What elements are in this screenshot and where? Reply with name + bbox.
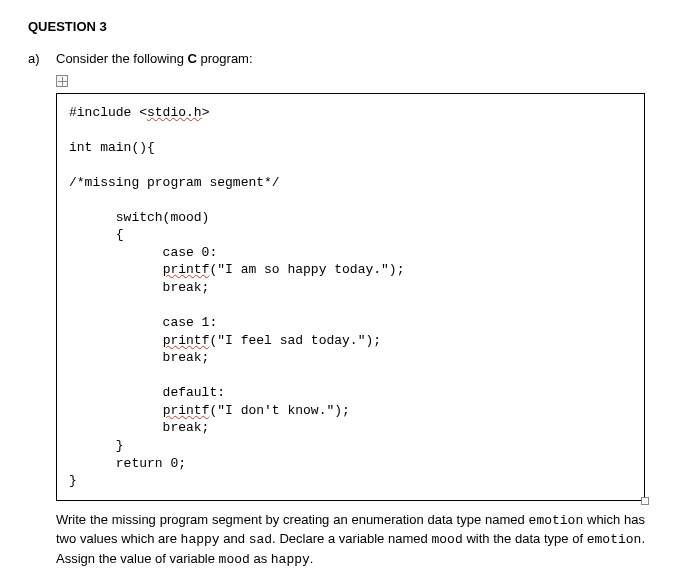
code-squiggle: printf xyxy=(163,403,210,418)
code-box: #include <stdio.h> int main(){ /*missing… xyxy=(56,93,645,501)
code-line: /*missing program segment*/ xyxy=(69,175,280,190)
code-line xyxy=(69,403,163,418)
code-line: > xyxy=(202,105,210,120)
code-line: } xyxy=(69,473,77,488)
part-label: a) xyxy=(28,50,46,68)
code-line: } xyxy=(69,438,124,453)
instr-code: emotion xyxy=(587,532,642,547)
code-squiggle: stdio.h xyxy=(147,105,202,120)
code-line xyxy=(69,262,163,277)
code-line: switch(mood) xyxy=(69,210,209,225)
move-handle-icon[interactable] xyxy=(56,75,68,87)
instr-code: happy xyxy=(271,552,310,567)
code-line: ("I am so happy today."); xyxy=(209,262,404,277)
part-row: a) Consider the following C program: xyxy=(28,50,645,68)
intro-bold: C xyxy=(188,51,197,66)
intro-text: Consider the following C program: xyxy=(56,50,645,68)
code-line: break; xyxy=(69,280,209,295)
code-line: ("I feel sad today."); xyxy=(209,333,381,348)
code-line: #include < xyxy=(69,105,147,120)
code-line: default: xyxy=(69,385,225,400)
instr-code: happy xyxy=(181,532,220,547)
code-squiggle: printf xyxy=(163,262,210,277)
instr-code: emotion xyxy=(529,513,584,528)
instruction-text: Write the missing program segment by cre… xyxy=(56,511,645,569)
instr-text: Write the missing program segment by cre… xyxy=(56,512,529,527)
instr-text: as xyxy=(250,551,271,566)
intro-post: program: xyxy=(197,51,253,66)
code-squiggle: printf xyxy=(163,333,210,348)
instr-text: . xyxy=(310,551,314,566)
instr-text: with the data type of xyxy=(463,531,587,546)
instr-code: sad xyxy=(249,532,272,547)
code-line: { xyxy=(69,227,124,242)
code-line: case 0: xyxy=(69,245,217,260)
instr-code: mood xyxy=(219,552,250,567)
instr-text: and xyxy=(220,531,249,546)
instr-code: mood xyxy=(431,532,462,547)
code-line: break; xyxy=(69,350,209,365)
intro-pre: Consider the following xyxy=(56,51,188,66)
code-line: int main(){ xyxy=(69,140,155,155)
code-line: return 0; xyxy=(69,456,186,471)
code-line: case 1: xyxy=(69,315,217,330)
resize-handle-icon[interactable] xyxy=(641,497,649,505)
code-line: break; xyxy=(69,420,209,435)
question-title: QUESTION 3 xyxy=(28,18,645,36)
code-line: ("I don't know."); xyxy=(209,403,349,418)
instr-text: . Declare a variable named xyxy=(272,531,431,546)
code-line xyxy=(69,333,163,348)
